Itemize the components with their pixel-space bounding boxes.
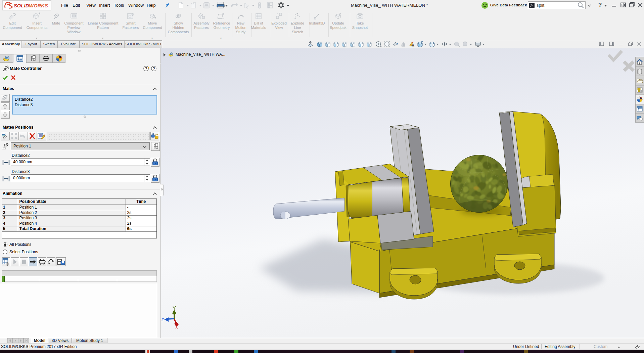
- svg-text:Z: Z: [161, 318, 164, 322]
- svg-text:A: A: [412, 43, 414, 47]
- svg-text:?: ?: [145, 67, 147, 71]
- svg-text:?: ?: [153, 67, 155, 71]
- svg-text:SOLIDWORKS: SOLIDWORKS: [14, 3, 48, 8]
